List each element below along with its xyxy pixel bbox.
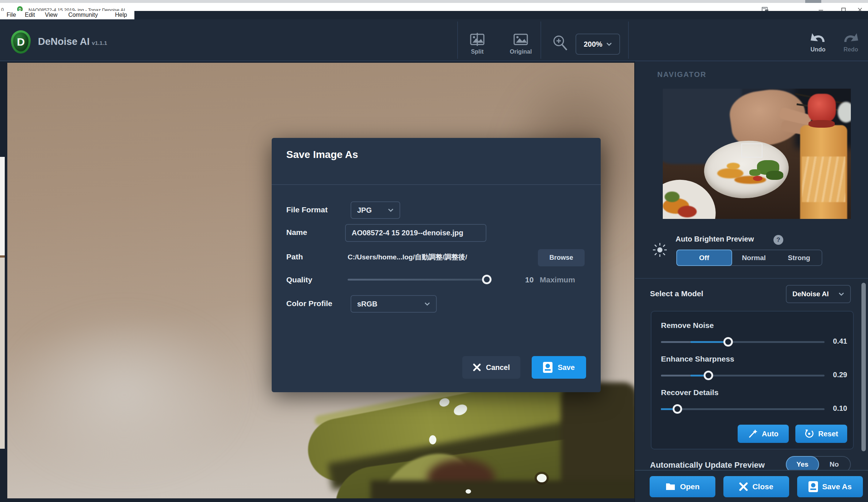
slider-fill [691, 341, 728, 343]
file-format-label: File Format [286, 205, 328, 214]
quality-label: Quality [286, 275, 312, 284]
select-model-label: Select a Model [650, 289, 703, 298]
sidebar-scrollbar[interactable] [861, 283, 866, 451]
navigator-preview[interactable] [663, 89, 851, 219]
background-window-strip [0, 0, 868, 3]
path-value: C:/Users/home...log/自動調整/調整後/ [348, 252, 467, 262]
save-as-button[interactable]: Save As [797, 476, 863, 497]
background-window-fragment [805, 0, 821, 3]
sidebar-divider [635, 278, 868, 279]
menu-bar: File Edit View Community Help [0, 11, 868, 19]
redo-button[interactable]: Redo [842, 31, 860, 53]
quality-slider-thumb[interactable] [482, 275, 492, 284]
enhance-sharpness-value: 0.29 [818, 371, 847, 379]
close-icon [739, 482, 748, 491]
color-profile-select[interactable]: sRGB [351, 295, 437, 313]
menu-file[interactable]: File [7, 12, 16, 18]
remove-noise-value: 0.41 [818, 337, 847, 345]
redo-icon [842, 31, 860, 44]
help-icon[interactable]: ? [773, 235, 783, 245]
original-view-button[interactable]: Original [510, 32, 532, 55]
header-divider [540, 22, 541, 59]
cancel-button[interactable]: Cancel [462, 356, 520, 379]
photo-glint [429, 435, 436, 444]
denoise-logo-icon: D [11, 30, 31, 54]
app-header: D DeNoise AIv1.1.1 Split Original 200% U… [0, 19, 868, 61]
recover-details-label: Recover Details [661, 388, 719, 397]
browse-button[interactable]: Browse [538, 249, 585, 266]
auto-brighten-segmented: Off Normal Strong [676, 250, 822, 266]
close-button[interactable]: Close [723, 476, 789, 497]
menu-edit[interactable]: Edit [25, 12, 35, 18]
background-window-sliver [0, 157, 5, 255]
slider-thumb[interactable] [704, 371, 713, 380]
dialog-divider [272, 184, 601, 185]
menu-help[interactable]: Help [115, 12, 127, 18]
auto-button[interactable]: Auto [738, 425, 789, 443]
slider-track [661, 408, 825, 410]
model-select[interactable]: DeNoise AI [786, 285, 851, 303]
brighten-option-strong[interactable]: Strong [776, 250, 822, 265]
menu-view[interactable]: View [45, 12, 57, 18]
chevron-down-icon [838, 292, 844, 296]
slider-thumb[interactable] [723, 337, 733, 347]
brighten-option-normal[interactable]: Normal [731, 250, 777, 265]
open-button[interactable]: Open [650, 476, 715, 497]
navigator-food [665, 192, 680, 202]
header-divider [457, 22, 458, 59]
menu-community[interactable]: Community [68, 12, 98, 18]
brighten-option-off[interactable]: Off [676, 250, 732, 266]
brightness-icon [652, 242, 668, 259]
navigator-garnish [749, 169, 761, 176]
remove-noise-slider[interactable] [661, 337, 825, 347]
background-window-sliver [0, 258, 5, 449]
enhance-sharpness-slider[interactable] [661, 371, 825, 380]
slider-lead [661, 375, 691, 376]
dialog-title: Save Image As [286, 149, 358, 161]
navigator-garnish [766, 171, 783, 180]
split-image-icon [469, 32, 486, 46]
save-icon [808, 481, 818, 492]
model-settings-panel: Remove Noise 0.41 Enhance Sharpness 0.29… [651, 311, 854, 449]
zoom-level-select[interactable]: 200% [576, 34, 620, 55]
navigator-bottle-cap [808, 94, 836, 123]
path-label: Path [286, 252, 303, 261]
slider-lead [661, 341, 691, 343]
remove-noise-label: Remove Noise [661, 321, 714, 330]
slider-thumb[interactable] [673, 404, 682, 414]
window-titlebar[interactable]: 0 D NAO08572-4 15 2019-.jpg - Topaz Deno… [0, 3, 868, 11]
save-image-as-dialog: Save Image As File Format JPG Name AO085… [272, 138, 601, 392]
navigator-viewport-rect[interactable] [741, 143, 762, 158]
navigator-heading: NAVIGATOR [657, 70, 707, 79]
enhance-sharpness-label: Enhance Sharpness [661, 355, 734, 363]
photo-glint [537, 474, 547, 482]
app-version: v1.1.1 [92, 40, 107, 46]
undo-button[interactable]: Undo [809, 31, 827, 53]
save-icon [543, 362, 552, 373]
zoom-in-icon[interactable] [552, 35, 569, 54]
chevron-down-icon [606, 42, 612, 46]
navigator-bottle-label [802, 157, 845, 202]
quality-slider[interactable] [348, 279, 491, 281]
navigator-bottle-cap [808, 120, 835, 128]
undo-icon [809, 31, 827, 44]
reset-icon [804, 429, 814, 439]
photo-blur-highlight [7, 282, 285, 498]
chevron-down-icon [388, 208, 394, 212]
original-image-icon [512, 32, 529, 46]
auto-update-preview-label: Automatically Update Preview [650, 460, 765, 470]
split-view-button[interactable]: Split [469, 32, 486, 55]
save-button[interactable]: Save [532, 356, 586, 379]
magic-wand-icon [748, 429, 757, 439]
reset-button[interactable]: Reset [795, 425, 847, 443]
navigator-food [678, 206, 697, 217]
name-input[interactable]: AO08572-4 15 2019--denoise.jpg [345, 224, 486, 242]
close-icon [473, 363, 481, 371]
recover-details-slider[interactable] [661, 404, 825, 414]
file-format-select[interactable]: JPG [351, 201, 400, 219]
app-title: DeNoise AIv1.1.1 [38, 36, 107, 47]
photo-pod-shadow [371, 480, 634, 498]
quality-max-label: Maximum [540, 275, 575, 284]
folder-icon [665, 482, 676, 491]
header-divider [628, 22, 629, 59]
